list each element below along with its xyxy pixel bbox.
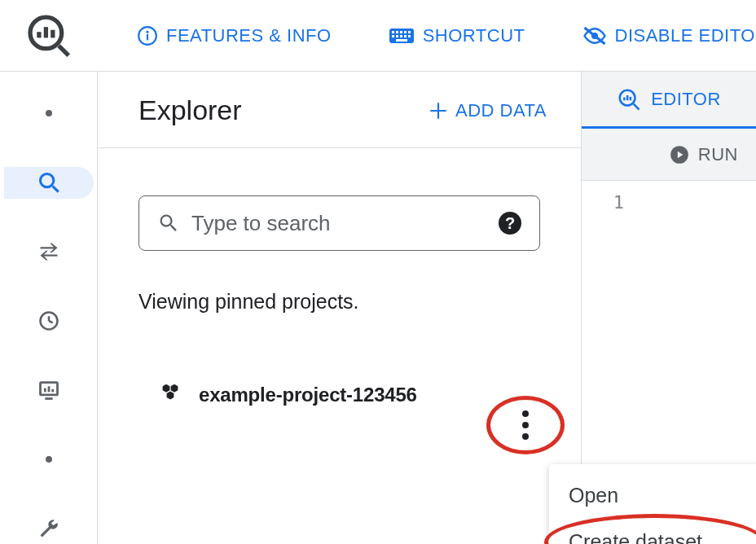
query-icon bbox=[617, 87, 641, 112]
pinned-projects-label: Viewing pinned projects. bbox=[138, 290, 540, 314]
nav-transfers[interactable] bbox=[4, 236, 94, 268]
svg-rect-16 bbox=[400, 35, 402, 37]
transfer-icon bbox=[37, 240, 60, 263]
svg-rect-18 bbox=[408, 35, 411, 37]
nav-scheduled[interactable] bbox=[4, 305, 94, 337]
search-input[interactable] bbox=[191, 211, 499, 236]
svg-marker-33 bbox=[171, 384, 178, 393]
svg-rect-19 bbox=[396, 39, 407, 42]
svg-rect-14 bbox=[392, 35, 394, 37]
project-more-actions[interactable] bbox=[491, 397, 560, 453]
svg-line-23 bbox=[52, 186, 58, 192]
svg-line-36 bbox=[634, 103, 640, 109]
project-context-menu: Open Create dataset bbox=[549, 464, 756, 544]
menu-create-dataset-label: Create dataset bbox=[569, 530, 702, 544]
nav-admin[interactable] bbox=[4, 512, 94, 544]
svg-rect-10 bbox=[396, 31, 398, 33]
svg-marker-32 bbox=[163, 384, 170, 393]
run-label: RUN bbox=[698, 144, 738, 165]
svg-line-26 bbox=[49, 321, 53, 322]
svg-rect-13 bbox=[408, 31, 411, 33]
nav-dot-1[interactable] bbox=[4, 98, 94, 129]
explorer-title: Explorer bbox=[138, 94, 242, 126]
search-icon bbox=[37, 171, 60, 194]
play-icon bbox=[669, 144, 690, 165]
shortcut-button[interactable]: SHORTCUT bbox=[389, 25, 525, 46]
monitor-chart-icon bbox=[37, 379, 60, 401]
svg-line-21 bbox=[584, 28, 604, 44]
bigquery-logo[interactable] bbox=[0, 0, 98, 72]
shortcut-label: SHORTCUT bbox=[423, 25, 525, 46]
svg-line-1 bbox=[59, 46, 68, 55]
project-row[interactable]: example-project-123456 bbox=[138, 377, 540, 413]
nav-bi[interactable] bbox=[4, 374, 94, 406]
add-data-label: ADD DATA bbox=[455, 100, 547, 121]
dot-icon bbox=[46, 110, 52, 116]
project-name: example-project-123456 bbox=[199, 384, 417, 406]
project-icon bbox=[158, 381, 182, 409]
add-data-button[interactable]: ADD DATA bbox=[428, 100, 547, 121]
wrench-icon bbox=[37, 517, 60, 540]
editor-tab-label: EDITOR bbox=[651, 89, 721, 110]
annotation-circle bbox=[486, 396, 565, 454]
svg-marker-34 bbox=[167, 392, 174, 400]
search-icon bbox=[157, 212, 180, 235]
svg-point-6 bbox=[146, 30, 148, 33]
svg-rect-9 bbox=[392, 31, 394, 33]
nav-search[interactable] bbox=[4, 167, 94, 199]
editor-tab[interactable]: EDITOR bbox=[582, 87, 756, 112]
svg-rect-15 bbox=[396, 35, 398, 37]
svg-point-22 bbox=[40, 174, 53, 187]
explorer-panel: Explorer ADD DATA ? Viewing pinned proje… bbox=[98, 72, 582, 544]
help-icon[interactable]: ? bbox=[499, 212, 521, 235]
disable-editor-button[interactable]: DISABLE EDITO bbox=[582, 25, 755, 46]
nav-dot-2[interactable] bbox=[4, 443, 94, 475]
clock-icon bbox=[37, 309, 60, 332]
svg-rect-17 bbox=[404, 35, 407, 37]
left-rail bbox=[0, 72, 98, 544]
plus-icon bbox=[428, 100, 449, 121]
svg-rect-12 bbox=[404, 31, 407, 33]
search-input-wrap[interactable]: ? bbox=[138, 195, 540, 251]
features-info-button[interactable]: FEATURES & INFO bbox=[137, 25, 332, 46]
top-toolbar: FEATURES & INFO SHORTCUT DISABLE EDITO bbox=[0, 0, 756, 72]
features-info-label: FEATURES & INFO bbox=[166, 25, 332, 46]
run-button[interactable]: RUN bbox=[582, 129, 756, 181]
dot-icon bbox=[46, 456, 52, 463]
menu-open[interactable]: Open bbox=[549, 472, 756, 519]
svg-rect-11 bbox=[400, 31, 402, 33]
menu-create-dataset[interactable]: Create dataset bbox=[549, 519, 756, 544]
svg-rect-7 bbox=[147, 33, 148, 40]
disable-editor-label: DISABLE EDITO bbox=[615, 25, 755, 46]
